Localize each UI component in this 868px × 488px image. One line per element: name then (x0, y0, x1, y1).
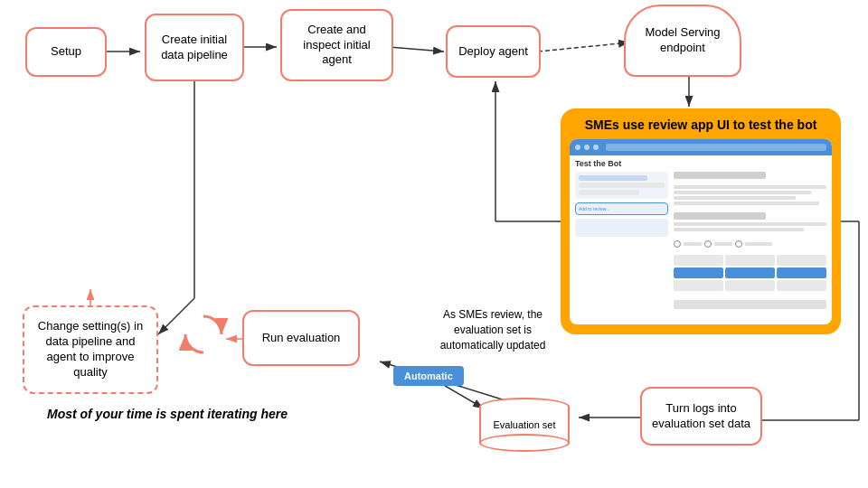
evaluation-set-container: Evaluation set (479, 398, 570, 452)
app-cell-6 (777, 267, 826, 278)
turn-logs-box: Turn logs into evaluation set data (640, 387, 762, 446)
app-right-panel (674, 172, 826, 324)
model-serving-label: Model Serving endpoint (633, 25, 732, 56)
app-table-row-2 (674, 267, 826, 278)
app-text-line-2 (674, 191, 811, 194)
app-url-bar (606, 144, 826, 151)
app-button: Add to review... (575, 202, 668, 215)
app-radio-1 (674, 240, 681, 248)
data-pipeline-box: Create initial data pipeline (145, 14, 244, 81)
app-cell-5 (725, 267, 775, 278)
create-inspect-box: Create and inspect initial agent (280, 9, 393, 81)
app-cell-2 (725, 255, 775, 266)
svg-line-5 (538, 42, 629, 52)
deploy-agent-box: Deploy agent (446, 25, 541, 78)
app-line-2 (579, 183, 665, 188)
run-evaluation-label: Run evaluation (262, 331, 341, 346)
app-footer-line (674, 300, 826, 309)
app-line-1 (579, 175, 647, 181)
app-cell-7 (674, 280, 723, 291)
run-evaluation-box: Run evaluation (242, 310, 360, 366)
app-header (570, 139, 832, 155)
bottom-text: Most of your time is spent iterating her… (27, 407, 307, 421)
app-screenshot: Test the Bot Add to review... (570, 139, 832, 324)
app-radio-label-1 (684, 242, 702, 246)
app-dot-3 (593, 145, 599, 150)
app-text-line-1 (674, 185, 826, 189)
create-inspect-label: Create and inspect initial agent (289, 23, 384, 69)
turn-logs-label: Turn logs into evaluation set data (649, 401, 753, 432)
diagram-container: Setup Create initial data pipeline Creat… (0, 0, 868, 488)
app-table-row-3 (674, 280, 826, 291)
change-settings-box: Change setting(s) in data pipeline and a… (23, 305, 158, 394)
app-radio-label-2 (714, 242, 732, 246)
app-table (674, 255, 826, 293)
app-cell-9 (777, 280, 826, 291)
app-subsection (674, 212, 826, 233)
app-radio-3 (735, 240, 742, 248)
app-sub-line-2 (674, 228, 803, 231)
smes-review-section: SMEs use review app UI to test the bot T… (561, 108, 841, 334)
data-pipeline-label: Create initial data pipeline (154, 33, 235, 63)
app-text-line-3 (674, 196, 796, 200)
app-dot-1 (575, 145, 580, 150)
app-content: Add to review... (575, 172, 826, 324)
app-cell-4 (674, 267, 723, 278)
app-radio-label-3 (745, 242, 772, 246)
circular-arrows-svg (176, 307, 231, 361)
app-chat-bubble (575, 219, 668, 237)
app-text-lines (674, 185, 826, 205)
app-sub-line-1 (674, 222, 826, 226)
app-title: Test the Bot (575, 159, 826, 168)
app-left-panel: Add to review... (575, 172, 668, 324)
setup-label: Setup (51, 44, 81, 60)
smes-review-title: SMEs use review app UI to test the bot (570, 117, 832, 132)
app-left-section (575, 172, 668, 199)
cylinder-bottom (479, 434, 570, 452)
model-serving-box: Model Serving endpoint (624, 5, 741, 77)
app-cell-8 (725, 280, 775, 291)
app-table-row-1 (674, 255, 826, 266)
app-cell-3 (777, 255, 826, 266)
evaluation-set-label: Evaluation set (493, 419, 555, 430)
app-radio-group (674, 240, 826, 248)
svg-line-4 (389, 47, 444, 52)
setup-box: Setup (25, 27, 107, 77)
app-radio-2 (704, 240, 712, 248)
change-settings-label: Change setting(s) in data pipeline and a… (32, 319, 149, 380)
app-cell-1 (674, 255, 723, 266)
app-line-3 (579, 190, 639, 195)
automatic-badge: Automatic (393, 366, 464, 386)
app-subsection-header (674, 212, 765, 220)
app-text-line-4 (674, 202, 818, 205)
circular-arrows-icon (176, 307, 231, 361)
app-section-header (674, 172, 765, 179)
deploy-agent-label: Deploy agent (458, 44, 528, 60)
smes-update-label: As SMEs review, the evaluation set is au… (434, 307, 552, 352)
app-dot-2 (584, 145, 590, 150)
